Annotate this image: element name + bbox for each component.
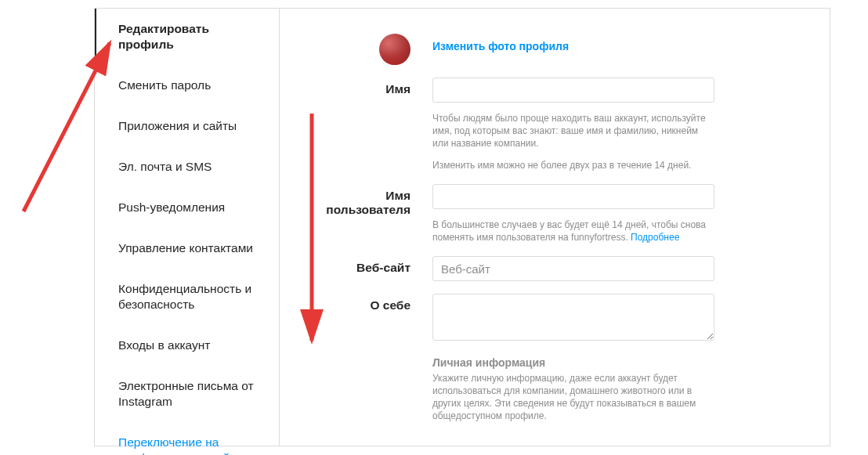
username-learn-more-link[interactable]: Подробнее <box>631 232 679 243</box>
sidebar-item-privacy-security[interactable]: Конфиденциальность и безопасность <box>95 269 279 325</box>
change-photo-link[interactable]: Изменить фото профиля <box>432 32 714 52</box>
website-input[interactable] <box>432 256 714 281</box>
username-help-text: В большинстве случаев у вас будет ещё 14… <box>432 218 714 244</box>
name-help-text-2: Изменить имя можно не более двух раз в т… <box>432 159 714 172</box>
sidebar-item-manage-contacts[interactable]: Управление контактами <box>95 228 279 269</box>
personal-info-title: Личная информация <box>432 356 714 369</box>
sidebar-item-push-notifications[interactable]: Push-уведомления <box>95 187 279 228</box>
bio-label: О себе <box>311 294 432 344</box>
name-input[interactable] <box>432 78 714 103</box>
username-input[interactable] <box>432 184 714 209</box>
name-help-text-1: Чтобы людям было проще находить ваш акка… <box>432 112 714 150</box>
sidebar-item-apps-websites[interactable]: Приложения и сайты <box>95 106 279 146</box>
name-label: Имя <box>311 78 432 172</box>
personal-info-help: Укажите личную информацию, даже если акк… <box>432 372 714 422</box>
settings-main: Изменить фото профиля Имя Чтобы людям бы… <box>280 9 830 446</box>
avatar[interactable] <box>379 34 410 65</box>
settings-container: Редактировать профиль Сменить пароль При… <box>94 8 830 446</box>
bio-textarea[interactable] <box>432 294 714 341</box>
settings-sidebar: Редактировать профиль Сменить пароль При… <box>95 9 280 446</box>
sidebar-item-switch-professional[interactable]: Переключение на профессиональный <box>95 422 279 455</box>
username-label: Имя пользователя <box>311 184 432 244</box>
website-label: Веб-сайт <box>311 256 432 281</box>
sidebar-item-email-sms[interactable]: Эл. почта и SMS <box>95 146 279 187</box>
sidebar-item-change-password[interactable]: Сменить пароль <box>95 65 279 106</box>
sidebar-item-edit-profile[interactable]: Редактировать профиль <box>95 9 279 65</box>
sidebar-item-login-activity[interactable]: Входы в аккаунт <box>95 325 279 366</box>
sidebar-item-emails-from-instagram[interactable]: Электронные письма от Instagram <box>95 366 279 422</box>
